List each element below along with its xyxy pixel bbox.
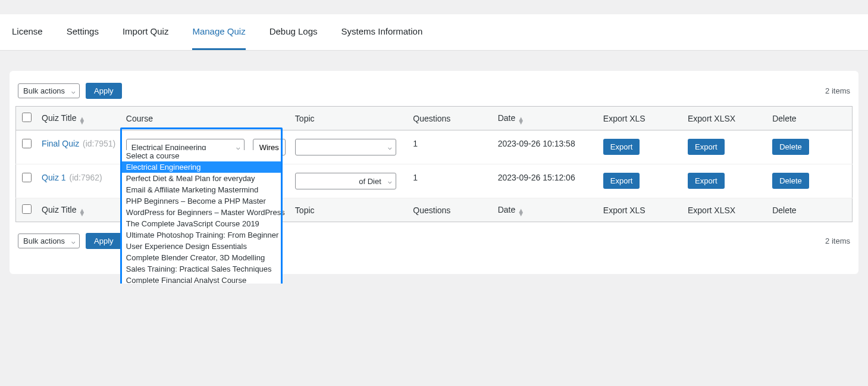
quiz-title-link[interactable]: Final Quiz: [42, 139, 79, 148]
table-row: Final Quiz (id:7951)Electrical Engineeri…: [16, 130, 853, 164]
quiz-id: (id:7962): [67, 173, 102, 182]
questions-count: 1: [408, 164, 493, 198]
bulk-actions-select-bottom[interactable]: Bulk actions ⌵: [18, 234, 80, 248]
date-value: 2023-09-26 15:12:06: [493, 164, 598, 198]
col-header-title[interactable]: Quiz Title: [42, 113, 76, 123]
date-value: 2023-09-26 10:13:58: [493, 130, 598, 164]
bulk-actions-label: Bulk actions: [23, 236, 65, 245]
col-footer-title[interactable]: Quiz Title: [42, 205, 76, 214]
topic-select[interactable]: ⌵: [295, 139, 396, 155]
col-header-topic: Topic: [295, 114, 315, 123]
topic-select-value: of Diet: [359, 177, 381, 186]
export-xls-button[interactable]: Export: [603, 139, 640, 155]
quiz-table: Quiz Title▲▼ Course Topic Questions Date…: [15, 106, 853, 222]
quiz-id: (id:7951): [80, 139, 115, 148]
dropdown-option[interactable]: Ultimate Photoshop Training: From Beginn…: [121, 229, 281, 241]
chevron-down-icon: ⌵: [71, 87, 76, 95]
col-footer-date[interactable]: Date: [498, 205, 516, 214]
quiz-title-link[interactable]: Quiz 1: [42, 173, 65, 182]
col-footer-questions: Questions: [413, 206, 450, 215]
export-xlsx-button[interactable]: Export: [688, 173, 725, 189]
tab-bar: LicenseSettingsImport QuizManage QuizDeb…: [0, 14, 868, 51]
select-all-checkbox[interactable]: [22, 113, 32, 122]
dropdown-option[interactable]: Electrical Engineering: [121, 161, 281, 173]
questions-count: 1: [408, 130, 493, 164]
col-header-delete: Delete: [772, 114, 796, 123]
dropdown-option[interactable]: Sales Training: Practical Sales Techniqu…: [121, 263, 281, 275]
dropdown-option[interactable]: Email & Affiliate Marketing Mastermind: [121, 184, 281, 195]
col-header-course: Course: [126, 114, 153, 123]
delete-button[interactable]: Delete: [772, 139, 809, 155]
dropdown-option[interactable]: Select a course: [121, 150, 281, 161]
tab-import-quiz[interactable]: Import Quiz: [123, 14, 169, 50]
dropdown-option[interactable]: Complete Blender Creator, 3D Modelling: [121, 252, 281, 263]
dropdown-option[interactable]: User Experience Design Essentials: [121, 241, 281, 252]
export-xls-button[interactable]: Export: [603, 173, 640, 189]
dropdown-option[interactable]: WordPress for Beginners – Master WordPre…: [121, 207, 281, 218]
topic-select[interactable]: of Diet⌵: [295, 173, 396, 189]
select-all-checkbox-footer[interactable]: [22, 204, 32, 214]
export-xlsx-button[interactable]: Export: [688, 139, 725, 155]
col-footer-xls: Export XLS: [603, 206, 645, 215]
dropdown-option[interactable]: Complete Financial Analyst Course: [121, 275, 281, 284]
chevron-down-icon: ⌵: [388, 144, 392, 151]
apply-button[interactable]: Apply: [86, 83, 122, 99]
dropdown-option[interactable]: Perfect Diet & Meal Plan for everyday: [121, 173, 281, 184]
col-header-questions: Questions: [413, 114, 450, 123]
tab-debug-logs[interactable]: Debug Logs: [270, 14, 318, 50]
sort-icon: ▲▼: [79, 208, 85, 216]
course-dropdown[interactable]: Select a courseElectrical EngineeringPer…: [121, 150, 281, 284]
col-header-xlsx: Export XLSX: [688, 114, 735, 123]
bulk-actions-select[interactable]: Bulk actions ⌵: [18, 83, 80, 98]
bulk-actions-label: Bulk actions: [23, 86, 65, 95]
tab-settings[interactable]: Settings: [67, 14, 99, 50]
chevron-down-icon: ⌵: [388, 178, 392, 185]
col-header-xls: Export XLS: [603, 114, 645, 123]
items-count-bottom: 2 items: [825, 236, 850, 245]
row-checkbox[interactable]: [22, 173, 32, 182]
col-header-date[interactable]: Date: [498, 113, 516, 123]
tab-manage-quiz[interactable]: Manage Quiz: [192, 14, 245, 50]
tab-license[interactable]: License: [12, 14, 43, 50]
col-footer-xlsx: Export XLSX: [688, 206, 735, 215]
dropdown-option[interactable]: The Complete JavaScript Course 2019: [121, 218, 281, 229]
sort-icon: ▲▼: [518, 117, 524, 124]
col-footer-delete: Delete: [772, 206, 796, 215]
tab-systems-information[interactable]: Systems Information: [341, 14, 423, 50]
apply-button-bottom[interactable]: Apply: [86, 233, 122, 249]
items-count: 2 items: [825, 86, 850, 95]
col-footer-topic: Topic: [295, 206, 315, 215]
chevron-down-icon: ⌵: [71, 237, 76, 245]
sort-icon: ▲▼: [79, 117, 85, 124]
row-checkbox[interactable]: [22, 139, 32, 148]
toolbar-top: Bulk actions ⌵ Apply 2 items: [15, 83, 853, 106]
delete-button[interactable]: Delete: [772, 173, 809, 189]
content-panel: Bulk actions ⌵ Apply 2 items Quiz Title▲…: [10, 71, 858, 274]
dropdown-option[interactable]: PHP Beginners – Become a PHP Master: [121, 195, 281, 207]
sort-icon: ▲▼: [518, 208, 524, 216]
